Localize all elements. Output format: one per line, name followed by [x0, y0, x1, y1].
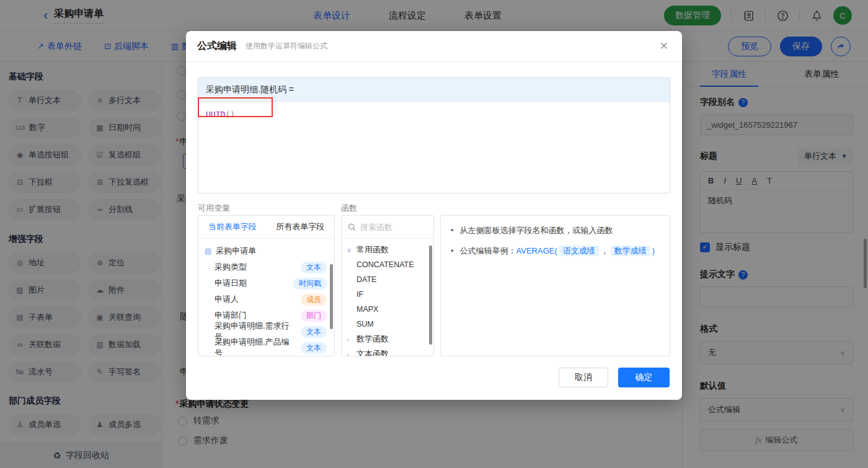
function-item[interactable]: SUM	[342, 317, 433, 332]
type-badge: 文本	[301, 326, 327, 338]
help-bullet-2: • 公式编辑举例：AVERAGE(语文成绩，数学成绩)	[451, 245, 660, 257]
type-badge: 成员	[301, 294, 327, 306]
close-icon[interactable]: ✕	[660, 40, 668, 53]
formula-edit-modal: 公式编辑 使用数学运算符编辑公式 ✕ 采购申请明细.随机码 = UUID() 可…	[186, 31, 682, 400]
chevron-down-icon: ∨	[347, 246, 353, 254]
variable-field-row[interactable]: 申请日期时间戳	[198, 275, 334, 291]
function-group-math[interactable]: › 数学函数	[342, 332, 433, 347]
function-search-input[interactable]	[360, 223, 422, 232]
modal-footer: 取消 确定	[559, 368, 670, 387]
functions-label: 函数	[341, 203, 357, 214]
help-bullet-1: • 从左侧面板选择字段名和函数，或输入函数	[451, 224, 660, 237]
chevron-right-icon: ›	[347, 350, 353, 356]
help-pane: • 从左侧面板选择字段名和函数，或输入函数 • 公式编辑举例：AVERAGE(语…	[440, 215, 670, 356]
formula-parens: ()	[225, 110, 235, 119]
function-group-common[interactable]: ∨ 常用函数	[342, 242, 433, 257]
tab-all-form-fields[interactable]: 所有表单字段	[267, 216, 335, 238]
type-badge: 文本	[301, 342, 327, 354]
variables-label: 可用变量	[198, 203, 230, 214]
confirm-button[interactable]: 确定	[618, 368, 670, 387]
tab-current-form-fields[interactable]: 当前表单字段	[198, 216, 267, 238]
function-item[interactable]: CONCATENATE	[342, 257, 433, 272]
modal-title: 公式编辑	[197, 40, 237, 53]
bullet-icon: •	[451, 245, 454, 257]
formula-editor: 采购申请明细.随机码 = UUID()	[198, 77, 670, 193]
formula-input-area[interactable]: UUID()	[198, 102, 670, 193]
chevron-right-icon: ›	[347, 335, 353, 343]
modal-subtitle: 使用数学运算符编辑公式	[246, 41, 327, 51]
functions-scrollbar[interactable]	[429, 245, 432, 345]
function-search	[342, 216, 433, 239]
type-badge: 部门	[301, 310, 327, 322]
formula-function-name: UUID	[206, 110, 225, 119]
functions-pane: ∨ 常用函数 CONCATENATE DATE IF MAPX SUM › 数学…	[341, 215, 434, 356]
example-field-chip: 语文成绩	[559, 245, 599, 256]
function-item[interactable]: DATE	[342, 272, 433, 287]
variable-field-row[interactable]: 采购类型文本	[198, 259, 334, 275]
form-doc-icon: ▤	[205, 247, 211, 255]
cancel-button[interactable]: 取消	[559, 368, 608, 387]
function-group-text[interactable]: › 文本函数	[342, 347, 433, 356]
example-field-chip: 数学成绩	[611, 245, 650, 256]
bullet-icon: •	[451, 224, 454, 237]
variables-pane: 当前表单字段 所有表单字段 ▤ 采购申请单 采购类型文本 申请日期时间戳 申请人…	[198, 215, 335, 356]
function-item[interactable]: MAPX	[342, 302, 433, 317]
type-badge: 时间戳	[293, 278, 327, 289]
variables-scrollbar[interactable]	[330, 264, 333, 329]
example-function: AVERAGE(	[516, 246, 557, 255]
search-icon	[348, 223, 356, 231]
variable-field-row[interactable]: 申请人成员	[198, 291, 334, 307]
type-badge: 文本	[301, 262, 327, 273]
modal-header: 公式编辑 使用数学运算符编辑公式 ✕	[186, 31, 682, 62]
example-close-paren: )	[652, 246, 655, 255]
function-item[interactable]: IF	[342, 287, 433, 302]
form-tree-node[interactable]: ▤ 采购申请单	[198, 243, 334, 259]
variables-tabs: 当前表单字段 所有表单字段	[198, 216, 334, 239]
variable-field-row[interactable]: 采购申请明细.产品编号文本	[198, 340, 334, 356]
app: ‹ 采购申请单 表单设计 流程设定 表单设置 数据管理	[0, 0, 868, 468]
formula-target: 采购申请明细.随机码 =	[198, 78, 670, 102]
